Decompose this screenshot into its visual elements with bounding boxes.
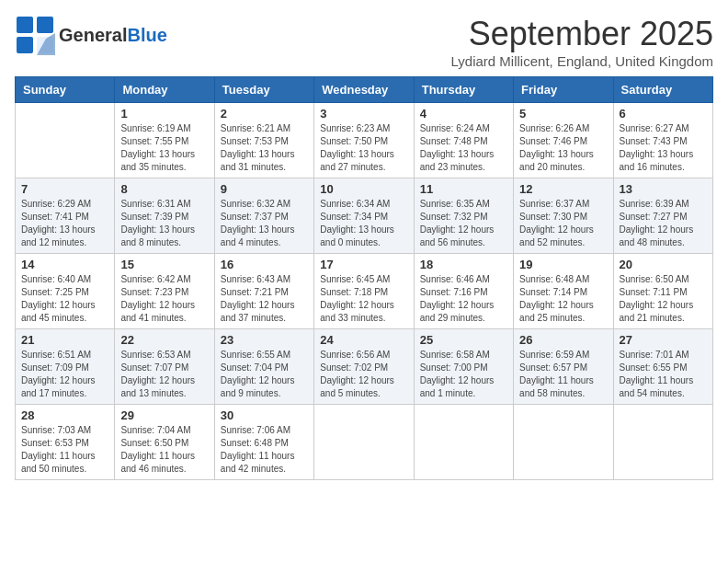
day-info: Sunrise: 6:48 AM Sunset: 7:14 PM Dayligh…: [519, 273, 607, 325]
day-cell: 26Sunrise: 6:59 AM Sunset: 6:57 PM Dayli…: [514, 329, 613, 405]
day-info: Sunrise: 6:19 AM Sunset: 7:55 PM Dayligh…: [120, 122, 208, 174]
logo-general: General: [59, 25, 127, 45]
day-info: Sunrise: 6:50 AM Sunset: 7:11 PM Dayligh…: [620, 273, 707, 325]
day-info: Sunrise: 6:27 AM Sunset: 7:43 PM Dayligh…: [620, 122, 707, 174]
header-friday: Friday: [514, 77, 613, 103]
day-cell: 20Sunrise: 6:50 AM Sunset: 7:11 PM Dayli…: [613, 254, 712, 329]
week-row-2: 7Sunrise: 6:29 AM Sunset: 7:41 PM Daylig…: [16, 178, 713, 254]
day-info: Sunrise: 6:23 AM Sunset: 7:50 PM Dayligh…: [320, 122, 407, 174]
day-cell: [514, 405, 613, 480]
week-row-4: 21Sunrise: 6:51 AM Sunset: 7:09 PM Dayli…: [16, 329, 713, 405]
header-tuesday: Tuesday: [214, 77, 313, 103]
day-number: 28: [21, 408, 108, 422]
week-row-1: 1Sunrise: 6:19 AM Sunset: 7:55 PM Daylig…: [16, 103, 713, 178]
day-number: 4: [420, 107, 507, 121]
day-info: Sunrise: 6:53 AM Sunset: 7:07 PM Dayligh…: [120, 349, 208, 400]
day-cell: 23Sunrise: 6:55 AM Sunset: 7:04 PM Dayli…: [214, 329, 313, 405]
day-cell: 1Sunrise: 6:19 AM Sunset: 7:55 PM Daylig…: [115, 103, 214, 178]
header-sunday: Sunday: [16, 77, 115, 103]
day-number: 11: [420, 182, 507, 196]
month-title: September 2025: [451, 15, 713, 53]
page-header: GeneralBlue September 2025 Lydiard Milli…: [15, 15, 713, 69]
day-info: Sunrise: 6:46 AM Sunset: 7:16 PM Dayligh…: [420, 273, 507, 325]
day-cell: 16Sunrise: 6:43 AM Sunset: 7:21 PM Dayli…: [214, 254, 313, 329]
day-cell: 12Sunrise: 6:37 AM Sunset: 7:30 PM Dayli…: [514, 178, 613, 254]
header-monday: Monday: [115, 77, 214, 103]
day-info: Sunrise: 6:43 AM Sunset: 7:21 PM Dayligh…: [221, 273, 308, 325]
day-cell: [613, 405, 712, 480]
day-number: 20: [620, 258, 707, 271]
day-info: Sunrise: 7:06 AM Sunset: 6:48 PM Dayligh…: [221, 424, 308, 476]
svg-rect-0: [17, 17, 33, 33]
day-number: 23: [221, 333, 308, 347]
day-info: Sunrise: 6:58 AM Sunset: 7:00 PM Dayligh…: [420, 349, 507, 400]
title-block: September 2025 Lydiard Millicent, Englan…: [451, 15, 713, 69]
day-cell: 7Sunrise: 6:29 AM Sunset: 7:41 PM Daylig…: [16, 178, 115, 254]
location: Lydiard Millicent, England, United Kingd…: [451, 53, 713, 69]
day-cell: 18Sunrise: 6:46 AM Sunset: 7:16 PM Dayli…: [414, 254, 513, 329]
day-cell: 14Sunrise: 6:40 AM Sunset: 7:25 PM Dayli…: [16, 254, 115, 329]
logo: GeneralBlue: [15, 15, 167, 55]
day-number: 10: [320, 182, 407, 196]
day-number: 8: [120, 182, 208, 196]
day-info: Sunrise: 6:56 AM Sunset: 7:02 PM Dayligh…: [320, 349, 407, 400]
day-info: Sunrise: 6:34 AM Sunset: 7:34 PM Dayligh…: [320, 198, 407, 249]
day-number: 13: [620, 182, 707, 196]
day-info: Sunrise: 6:40 AM Sunset: 7:25 PM Dayligh…: [21, 273, 108, 325]
day-number: 17: [320, 258, 407, 271]
day-info: Sunrise: 6:39 AM Sunset: 7:27 PM Dayligh…: [620, 198, 707, 249]
day-cell: 6Sunrise: 6:27 AM Sunset: 7:43 PM Daylig…: [613, 103, 712, 178]
calendar-table: SundayMondayTuesdayWednesdayThursdayFrid…: [15, 76, 713, 480]
day-number: 30: [221, 408, 308, 422]
day-cell: [314, 405, 414, 480]
day-number: 15: [120, 258, 208, 271]
day-cell: 2Sunrise: 6:21 AM Sunset: 7:53 PM Daylig…: [214, 103, 313, 178]
day-info: Sunrise: 6:37 AM Sunset: 7:30 PM Dayligh…: [519, 198, 607, 249]
day-cell: 28Sunrise: 7:03 AM Sunset: 6:53 PM Dayli…: [16, 405, 115, 480]
day-cell: 25Sunrise: 6:58 AM Sunset: 7:00 PM Dayli…: [414, 329, 513, 405]
day-cell: 17Sunrise: 6:45 AM Sunset: 7:18 PM Dayli…: [314, 254, 414, 329]
day-info: Sunrise: 6:29 AM Sunset: 7:41 PM Dayligh…: [21, 198, 108, 249]
day-number: 18: [420, 258, 507, 271]
day-number: 3: [320, 107, 407, 121]
day-cell: 3Sunrise: 6:23 AM Sunset: 7:50 PM Daylig…: [314, 103, 414, 178]
day-number: 9: [221, 182, 308, 196]
day-number: 21: [21, 333, 108, 347]
day-number: 22: [120, 333, 208, 347]
week-row-5: 28Sunrise: 7:03 AM Sunset: 6:53 PM Dayli…: [16, 405, 713, 480]
header-thursday: Thursday: [414, 77, 513, 103]
day-cell: 22Sunrise: 6:53 AM Sunset: 7:07 PM Dayli…: [115, 329, 214, 405]
day-cell: 29Sunrise: 7:04 AM Sunset: 6:50 PM Dayli…: [115, 405, 214, 480]
day-cell: 27Sunrise: 7:01 AM Sunset: 6:55 PM Dayli…: [613, 329, 712, 405]
day-number: 26: [519, 333, 607, 347]
day-number: 24: [320, 333, 407, 347]
day-cell: 30Sunrise: 7:06 AM Sunset: 6:48 PM Dayli…: [214, 405, 313, 480]
day-info: Sunrise: 7:04 AM Sunset: 6:50 PM Dayligh…: [120, 424, 208, 476]
day-info: Sunrise: 6:42 AM Sunset: 7:23 PM Dayligh…: [120, 273, 208, 325]
day-info: Sunrise: 6:32 AM Sunset: 7:37 PM Dayligh…: [221, 198, 308, 249]
day-number: 7: [21, 182, 108, 196]
day-number: 16: [221, 258, 308, 271]
day-info: Sunrise: 6:31 AM Sunset: 7:39 PM Dayligh…: [120, 198, 208, 249]
week-row-3: 14Sunrise: 6:40 AM Sunset: 7:25 PM Dayli…: [16, 254, 713, 329]
day-info: Sunrise: 6:26 AM Sunset: 7:46 PM Dayligh…: [519, 122, 607, 174]
day-info: Sunrise: 7:03 AM Sunset: 6:53 PM Dayligh…: [21, 424, 108, 476]
day-cell: 5Sunrise: 6:26 AM Sunset: 7:46 PM Daylig…: [514, 103, 613, 178]
day-cell: 15Sunrise: 6:42 AM Sunset: 7:23 PM Dayli…: [115, 254, 214, 329]
day-cell: 4Sunrise: 6:24 AM Sunset: 7:48 PM Daylig…: [414, 103, 513, 178]
day-cell: 9Sunrise: 6:32 AM Sunset: 7:37 PM Daylig…: [214, 178, 313, 254]
day-info: Sunrise: 6:59 AM Sunset: 6:57 PM Dayligh…: [519, 349, 607, 400]
day-cell: 24Sunrise: 6:56 AM Sunset: 7:02 PM Dayli…: [314, 329, 414, 405]
day-cell: 10Sunrise: 6:34 AM Sunset: 7:34 PM Dayli…: [314, 178, 414, 254]
svg-rect-2: [17, 37, 33, 53]
day-info: Sunrise: 6:45 AM Sunset: 7:18 PM Dayligh…: [320, 273, 407, 325]
day-info: Sunrise: 6:21 AM Sunset: 7:53 PM Dayligh…: [221, 122, 308, 174]
day-cell: 13Sunrise: 6:39 AM Sunset: 7:27 PM Dayli…: [613, 178, 712, 254]
day-number: 27: [620, 333, 707, 347]
day-cell: [414, 405, 513, 480]
day-number: 19: [519, 258, 607, 271]
logo-blue: Blue: [127, 25, 166, 45]
day-number: 29: [120, 408, 208, 422]
day-cell: 19Sunrise: 6:48 AM Sunset: 7:14 PM Dayli…: [514, 254, 613, 329]
day-cell: 8Sunrise: 6:31 AM Sunset: 7:39 PM Daylig…: [115, 178, 214, 254]
